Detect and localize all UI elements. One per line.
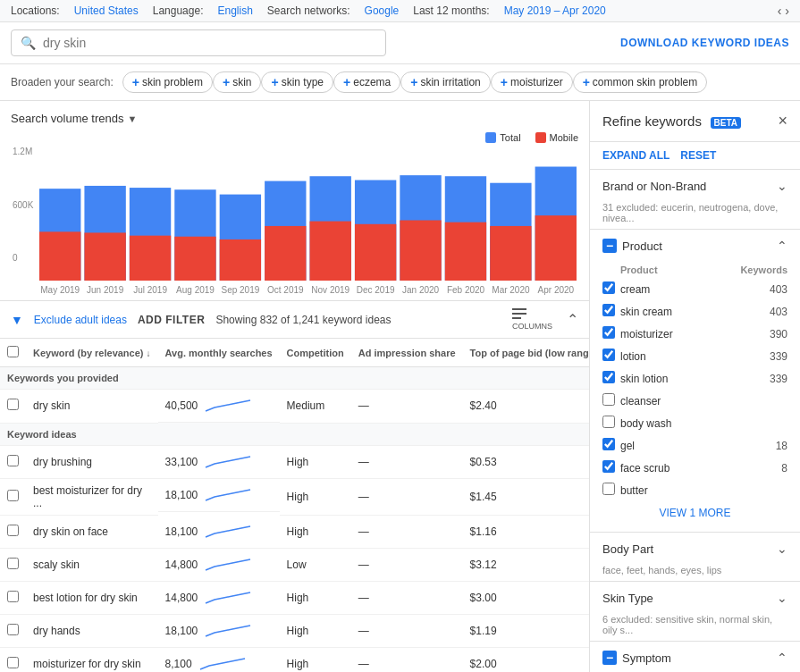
- row-checkbox-cell[interactable]: [0, 445, 26, 479]
- refine-cb-cell[interactable]: [602, 457, 620, 479]
- refine-item-row[interactable]: skin lotion 339: [602, 367, 787, 390]
- table-row[interactable]: dry hands 18,100 High — $1.19 $12.65: [0, 615, 589, 648]
- refine-cb-cell[interactable]: [602, 323, 620, 345]
- refine-item-row[interactable]: moisturizer 390: [602, 323, 787, 345]
- date-value[interactable]: May 2019 – Apr 2020: [504, 4, 606, 17]
- nav-back-button[interactable]: ‹: [778, 4, 782, 18]
- refine-cb-cell[interactable]: [602, 367, 620, 390]
- row-checkbox-cell[interactable]: [0, 648, 26, 673]
- exclude-adult-link[interactable]: Exclude adult ideas: [34, 314, 127, 326]
- plus-icon: +: [223, 75, 230, 89]
- expand-all-button[interactable]: EXPAND ALL: [602, 149, 669, 162]
- refine-item-label: skin lotion: [620, 367, 709, 390]
- row-checkbox[interactable]: [7, 455, 19, 466]
- view-more-link[interactable]: VIEW 1 MORE: [602, 501, 787, 525]
- refine-checkbox[interactable]: [602, 304, 615, 316]
- broaden-chip[interactable]: +skin type: [261, 71, 333, 93]
- th-select-all[interactable]: [0, 339, 26, 367]
- refine-checkbox[interactable]: [602, 393, 615, 406]
- refine-cb-cell[interactable]: [602, 479, 620, 501]
- refine-checkbox[interactable]: [602, 416, 615, 428]
- sparkline: [201, 554, 255, 575]
- th-bid-low[interactable]: Top of page bid (low range): [463, 339, 589, 367]
- columns-button[interactable]: COLUMNS: [512, 308, 552, 331]
- broaden-chip[interactable]: +skin: [213, 71, 262, 93]
- nav-forward-button[interactable]: ›: [785, 4, 789, 18]
- network-value[interactable]: Google: [365, 4, 400, 17]
- refine-close-button[interactable]: ×: [778, 112, 787, 130]
- competition-cell: High: [280, 582, 351, 615]
- section-title-wrap: Body Part: [602, 542, 653, 556]
- refine-checkbox[interactable]: [602, 438, 615, 450]
- refine-item-row[interactable]: butter: [602, 479, 787, 501]
- refine-section-header-symptom[interactable]: − Symptom ⌃: [590, 642, 800, 672]
- bar-mobile: [220, 239, 261, 281]
- refine-cb-cell[interactable]: [602, 390, 620, 412]
- th-competition[interactable]: Competition: [280, 339, 351, 367]
- row-checkbox-cell[interactable]: [0, 615, 26, 648]
- download-link[interactable]: DOWNLOAD KEYWORD IDEAS: [620, 37, 789, 49]
- refine-cb-cell[interactable]: [602, 345, 620, 367]
- search-input[interactable]: dry skin: [43, 36, 376, 50]
- row-checkbox-cell[interactable]: [0, 390, 26, 424]
- row-checkbox[interactable]: [7, 624, 19, 635]
- refine-item-row[interactable]: cream 403: [602, 278, 787, 300]
- refine-checkbox[interactable]: [602, 371, 615, 383]
- refine-checkbox[interactable]: [602, 460, 615, 473]
- refine-section-header-brand[interactable]: Brand or Non-Brand ⌄: [590, 170, 800, 202]
- refine-cb-cell[interactable]: [602, 412, 620, 434]
- refine-item-row[interactable]: gel 18: [602, 434, 787, 457]
- broaden-chip[interactable]: +skin problem: [122, 71, 213, 93]
- refine-section-header-product[interactable]: − Product ⌃: [590, 230, 800, 262]
- language-value[interactable]: English: [217, 4, 252, 17]
- row-checkbox[interactable]: [7, 657, 19, 668]
- select-all-checkbox[interactable]: [7, 346, 19, 357]
- refine-cb-cell[interactable]: [602, 434, 620, 457]
- th-ad-share[interactable]: Ad impression share: [351, 339, 463, 367]
- broaden-chip[interactable]: +eczema: [333, 71, 400, 93]
- refine-item-row[interactable]: face scrub 8: [602, 457, 787, 479]
- th-keyword[interactable]: Keyword (by relevance) ↓: [26, 339, 158, 367]
- add-filter-button[interactable]: ADD FILTER: [138, 314, 205, 326]
- row-checkbox-cell[interactable]: [0, 479, 26, 516]
- location-value[interactable]: United States: [74, 4, 139, 17]
- refine-checkbox[interactable]: [602, 326, 615, 339]
- row-checkbox[interactable]: [7, 525, 19, 536]
- refine-checkbox[interactable]: [602, 281, 615, 294]
- refine-item-row[interactable]: lotion 339: [602, 345, 787, 367]
- reset-button[interactable]: RESET: [680, 149, 716, 162]
- refine-cb-cell[interactable]: [602, 300, 620, 323]
- plus-icon: +: [583, 75, 590, 89]
- row-checkbox[interactable]: [7, 399, 19, 410]
- refine-item-row[interactable]: cleanser: [602, 390, 787, 412]
- table-row[interactable]: dry skin on face 18,100 High — $1.16 $3.…: [0, 516, 589, 549]
- table-row[interactable]: dry skin 40,500 Medium — $2.40 $3.81: [0, 390, 589, 424]
- collapse-button[interactable]: ⌃: [567, 311, 578, 328]
- x-label: Feb 2020: [443, 285, 488, 295]
- row-checkbox-cell[interactable]: [0, 549, 26, 582]
- row-checkbox-cell[interactable]: [0, 582, 26, 615]
- table-row[interactable]: best lotion for dry skin 14,800 High — $…: [0, 582, 589, 615]
- table-row[interactable]: moisturizer for dry skin 8,100 High — $2…: [0, 648, 589, 673]
- chevron-down-icon: ⌄: [777, 591, 787, 605]
- row-checkbox[interactable]: [7, 558, 19, 569]
- row-checkbox[interactable]: [7, 591, 19, 602]
- refine-checkbox[interactable]: [602, 349, 615, 361]
- broaden-chip[interactable]: +skin irritation: [400, 71, 491, 93]
- refine-section-header-bodypart[interactable]: Body Part ⌄: [590, 533, 800, 565]
- table-row[interactable]: dry brushing 33,100 High — $0.53 $2.24: [0, 445, 589, 479]
- table-row[interactable]: best moisturizer for dry ... 18,100 High…: [0, 479, 589, 516]
- table-row[interactable]: scaly skin 14,800 Low — $3.12 $5.58: [0, 549, 589, 582]
- refine-section-header-skintype[interactable]: Skin Type ⌄: [590, 582, 800, 614]
- broaden-chip[interactable]: +common skin problem: [573, 71, 708, 93]
- broaden-chip[interactable]: +moisturizer: [491, 71, 573, 93]
- row-checkbox-cell[interactable]: [0, 516, 26, 549]
- refine-cb-cell[interactable]: [602, 278, 620, 300]
- refine-item-row[interactable]: skin cream 403: [602, 300, 787, 323]
- ad-share-cell: —: [351, 445, 463, 479]
- th-monthly[interactable]: Avg. monthly searches: [158, 339, 280, 367]
- row-checkbox[interactable]: [7, 490, 19, 501]
- refine-checkbox[interactable]: [602, 483, 615, 495]
- chart-dropdown-icon[interactable]: ▼: [127, 113, 137, 124]
- refine-item-row[interactable]: body wash: [602, 412, 787, 434]
